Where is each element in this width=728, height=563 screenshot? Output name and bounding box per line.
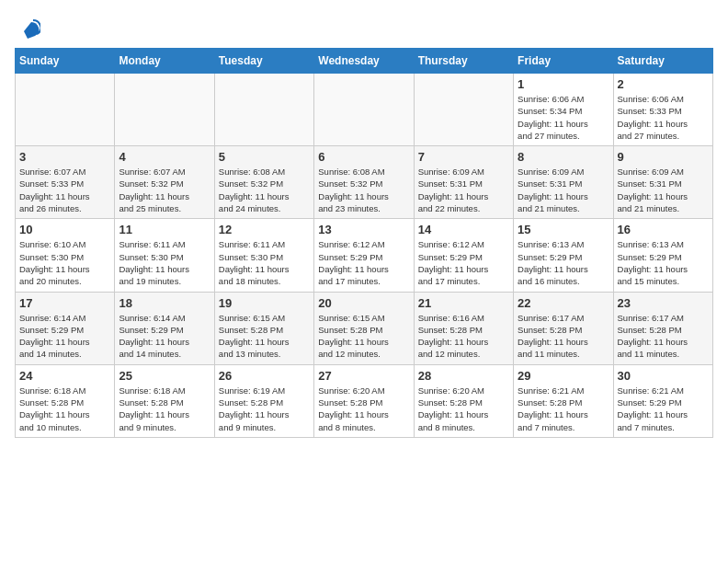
weekday-header-monday: Monday [115,49,214,74]
day-cell: 27Sunrise: 6:20 AMSunset: 5:28 PMDayligh… [314,364,414,437]
day-cell: 23Sunrise: 6:17 AMSunset: 5:28 PMDayligh… [613,292,712,364]
day-info: Sunrise: 6:20 AMSunset: 5:28 PMDaylight:… [318,385,409,433]
day-cell: 17Sunrise: 6:14 AMSunset: 5:29 PMDayligh… [16,292,115,364]
day-cell: 19Sunrise: 6:15 AMSunset: 5:28 PMDayligh… [214,292,313,364]
day-info: Sunrise: 6:08 AMSunset: 5:32 PMDaylight:… [318,166,409,214]
day-info: Sunrise: 6:12 AMSunset: 5:29 PMDaylight:… [418,238,509,287]
day-number: 20 [318,296,409,310]
day-number: 15 [518,223,609,236]
day-cell: 21Sunrise: 6:16 AMSunset: 5:28 PMDayligh… [414,292,513,364]
day-info: Sunrise: 6:12 AMSunset: 5:29 PMDaylight:… [318,238,409,287]
day-info: Sunrise: 6:15 AMSunset: 5:28 PMDaylight:… [318,312,409,361]
day-info: Sunrise: 6:20 AMSunset: 5:28 PMDaylight:… [418,385,509,433]
day-cell: 12Sunrise: 6:11 AMSunset: 5:30 PMDayligh… [214,219,313,292]
day-number: 13 [318,223,409,236]
day-number: 14 [418,223,509,236]
day-cell [16,74,115,146]
day-cell: 15Sunrise: 6:13 AMSunset: 5:29 PMDayligh… [514,219,613,292]
header-row: SundayMondayTuesdayWednesdayThursdayFrid… [16,49,713,74]
day-number: 17 [19,296,110,310]
day-info: Sunrise: 6:16 AMSunset: 5:28 PMDaylight:… [418,312,509,361]
weekday-header-tuesday: Tuesday [214,49,313,74]
weekday-header-saturday: Saturday [613,49,712,74]
day-cell: 26Sunrise: 6:19 AMSunset: 5:28 PMDayligh… [214,364,313,437]
day-cell: 9Sunrise: 6:09 AMSunset: 5:31 PMDaylight… [613,146,712,219]
day-cell: 25Sunrise: 6:18 AMSunset: 5:28 PMDayligh… [115,364,214,437]
day-number: 28 [418,369,509,383]
weekday-header-sunday: Sunday [16,49,115,74]
day-number: 7 [418,150,509,164]
day-number: 27 [318,369,409,383]
day-number: 24 [19,369,110,383]
day-number: 29 [518,369,609,383]
day-cell: 6Sunrise: 6:08 AMSunset: 5:32 PMDaylight… [314,146,414,219]
day-cell: 29Sunrise: 6:21 AMSunset: 5:28 PMDayligh… [514,364,613,437]
day-cell: 4Sunrise: 6:07 AMSunset: 5:32 PMDaylight… [115,146,214,219]
day-info: Sunrise: 6:18 AMSunset: 5:28 PMDaylight:… [119,385,210,433]
calendar-body: 1Sunrise: 6:06 AMSunset: 5:34 PMDaylight… [16,74,713,438]
day-number: 21 [418,296,509,310]
day-cell [115,74,214,146]
day-number: 30 [618,369,709,383]
day-info: Sunrise: 6:21 AMSunset: 5:29 PMDaylight:… [618,385,709,433]
day-number: 23 [618,296,709,310]
day-cell: 18Sunrise: 6:14 AMSunset: 5:29 PMDayligh… [115,292,214,364]
day-info: Sunrise: 6:07 AMSunset: 5:33 PMDaylight:… [19,166,110,214]
page-header [15,15,713,40]
day-number: 25 [119,369,210,383]
weekday-header-wednesday: Wednesday [314,49,414,74]
day-cell: 24Sunrise: 6:18 AMSunset: 5:28 PMDayligh… [16,364,115,437]
weekday-header-thursday: Thursday [414,49,513,74]
day-cell [314,74,414,146]
day-info: Sunrise: 6:17 AMSunset: 5:28 PMDaylight:… [618,312,709,361]
day-cell: 11Sunrise: 6:11 AMSunset: 5:30 PMDayligh… [115,219,214,292]
day-cell: 14Sunrise: 6:12 AMSunset: 5:29 PMDayligh… [414,219,513,292]
calendar-header: SundayMondayTuesdayWednesdayThursdayFrid… [16,49,713,74]
day-info: Sunrise: 6:09 AMSunset: 5:31 PMDaylight:… [518,166,609,214]
day-info: Sunrise: 6:09 AMSunset: 5:31 PMDaylight:… [618,166,709,214]
calendar-week-5: 24Sunrise: 6:18 AMSunset: 5:28 PMDayligh… [16,364,713,437]
day-info: Sunrise: 6:17 AMSunset: 5:28 PMDaylight:… [518,312,609,361]
calendar-week-2: 3Sunrise: 6:07 AMSunset: 5:33 PMDaylight… [16,146,713,219]
day-info: Sunrise: 6:06 AMSunset: 5:34 PMDaylight:… [518,93,609,142]
day-info: Sunrise: 6:06 AMSunset: 5:33 PMDaylight:… [618,93,709,142]
day-info: Sunrise: 6:19 AMSunset: 5:28 PMDaylight:… [219,385,310,433]
day-cell: 3Sunrise: 6:07 AMSunset: 5:33 PMDaylight… [16,146,115,219]
day-cell: 16Sunrise: 6:13 AMSunset: 5:29 PMDayligh… [613,219,712,292]
day-cell: 7Sunrise: 6:09 AMSunset: 5:31 PMDaylight… [414,146,513,219]
day-number: 18 [119,296,210,310]
day-info: Sunrise: 6:11 AMSunset: 5:30 PMDaylight:… [119,238,210,287]
day-number: 12 [219,223,310,236]
day-number: 6 [318,150,409,164]
day-info: Sunrise: 6:11 AMSunset: 5:30 PMDaylight:… [219,238,310,287]
logo [15,15,42,40]
day-cell: 10Sunrise: 6:10 AMSunset: 5:30 PMDayligh… [16,219,115,292]
day-cell: 28Sunrise: 6:20 AMSunset: 5:28 PMDayligh… [414,364,513,437]
day-info: Sunrise: 6:08 AMSunset: 5:32 PMDaylight:… [219,166,310,214]
calendar-week-4: 17Sunrise: 6:14 AMSunset: 5:29 PMDayligh… [16,292,713,364]
day-number: 2 [618,77,709,91]
day-number: 1 [518,77,609,91]
day-cell [214,74,313,146]
day-info: Sunrise: 6:15 AMSunset: 5:28 PMDaylight:… [219,312,310,361]
day-info: Sunrise: 6:14 AMSunset: 5:29 PMDaylight:… [19,312,110,361]
day-number: 9 [618,150,709,164]
logo-icon [15,15,40,40]
day-number: 19 [219,296,310,310]
day-number: 22 [518,296,609,310]
day-info: Sunrise: 6:09 AMSunset: 5:31 PMDaylight:… [418,166,509,214]
day-number: 11 [119,223,210,236]
day-cell: 5Sunrise: 6:08 AMSunset: 5:32 PMDaylight… [214,146,313,219]
calendar-table: SundayMondayTuesdayWednesdayThursdayFrid… [15,48,713,438]
day-number: 8 [518,150,609,164]
day-cell: 13Sunrise: 6:12 AMSunset: 5:29 PMDayligh… [314,219,414,292]
day-cell [414,74,513,146]
day-info: Sunrise: 6:21 AMSunset: 5:28 PMDaylight:… [518,385,609,433]
calendar-week-3: 10Sunrise: 6:10 AMSunset: 5:30 PMDayligh… [16,219,713,292]
calendar-week-1: 1Sunrise: 6:06 AMSunset: 5:34 PMDaylight… [16,74,713,146]
day-info: Sunrise: 6:13 AMSunset: 5:29 PMDaylight:… [518,238,609,287]
day-info: Sunrise: 6:14 AMSunset: 5:29 PMDaylight:… [119,312,210,361]
day-info: Sunrise: 6:07 AMSunset: 5:32 PMDaylight:… [119,166,210,214]
day-cell: 1Sunrise: 6:06 AMSunset: 5:34 PMDaylight… [514,74,613,146]
day-cell: 30Sunrise: 6:21 AMSunset: 5:29 PMDayligh… [613,364,712,437]
